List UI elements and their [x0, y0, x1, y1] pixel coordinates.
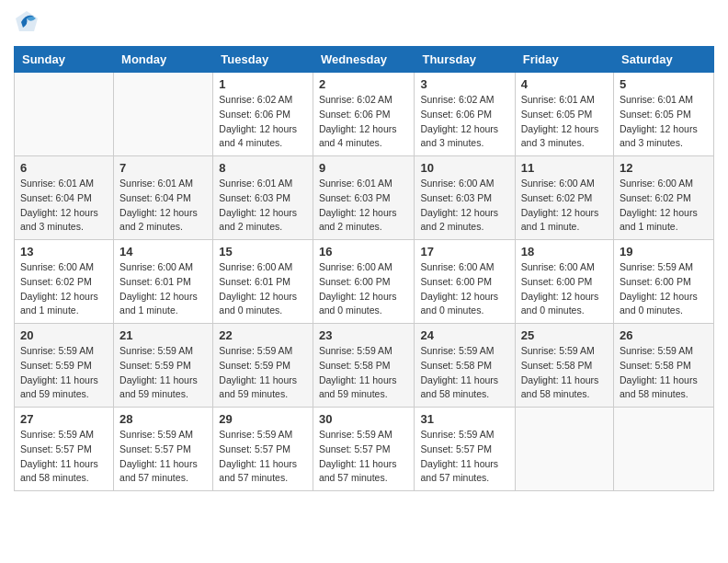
day-number: 22	[219, 328, 307, 342]
day-info: Sunrise: 6:00 AM Sunset: 6:01 PM Dayligh…	[119, 260, 207, 318]
day-info: Sunrise: 5:59 AM Sunset: 5:57 PM Dayligh…	[119, 428, 207, 486]
calendar-header-row: SundayMondayTuesdayWednesdayThursdayFrid…	[15, 47, 714, 73]
day-info: Sunrise: 6:00 AM Sunset: 6:00 PM Dayligh…	[319, 260, 409, 318]
calendar-week-1: 1Sunrise: 6:02 AM Sunset: 6:06 PM Daylig…	[15, 73, 714, 156]
day-number: 7	[119, 161, 207, 175]
calendar-table: SundayMondayTuesdayWednesdayThursdayFrid…	[14, 46, 714, 491]
day-number: 8	[219, 161, 307, 175]
day-number: 26	[620, 328, 708, 342]
calendar-week-2: 6Sunrise: 6:01 AM Sunset: 6:04 PM Daylig…	[15, 156, 714, 240]
logo	[14, 9, 43, 39]
day-number: 13	[20, 245, 108, 259]
day-info: Sunrise: 5:59 AM Sunset: 5:59 PM Dayligh…	[119, 344, 207, 402]
day-info: Sunrise: 6:01 AM Sunset: 6:04 PM Dayligh…	[20, 177, 108, 235]
calendar-header-sunday: Sunday	[15, 47, 114, 73]
day-info: Sunrise: 5:59 AM Sunset: 5:57 PM Dayligh…	[319, 428, 409, 486]
day-number: 16	[319, 245, 409, 259]
day-number: 24	[420, 328, 508, 342]
day-number: 5	[620, 77, 708, 91]
calendar-header-friday: Friday	[515, 47, 613, 73]
day-number: 1	[219, 77, 307, 91]
calendar-cell: 12Sunrise: 6:00 AM Sunset: 6:02 PM Dayli…	[614, 156, 714, 240]
calendar-header-wednesday: Wednesday	[313, 47, 415, 73]
day-info: Sunrise: 6:01 AM Sunset: 6:04 PM Dayligh…	[119, 177, 207, 235]
day-info: Sunrise: 6:01 AM Sunset: 6:03 PM Dayligh…	[319, 177, 409, 235]
calendar-cell: 30Sunrise: 5:59 AM Sunset: 5:57 PM Dayli…	[313, 408, 415, 491]
day-number: 6	[20, 161, 108, 175]
day-number: 4	[521, 77, 608, 91]
calendar-cell: 26Sunrise: 5:59 AM Sunset: 5:58 PM Dayli…	[614, 324, 714, 408]
calendar-cell: 29Sunrise: 5:59 AM Sunset: 5:57 PM Dayli…	[213, 408, 313, 491]
calendar-week-5: 27Sunrise: 5:59 AM Sunset: 5:57 PM Dayli…	[15, 408, 714, 491]
day-info: Sunrise: 5:59 AM Sunset: 5:58 PM Dayligh…	[521, 344, 608, 402]
day-info: Sunrise: 5:59 AM Sunset: 5:57 PM Dayligh…	[219, 428, 307, 486]
calendar-cell: 9Sunrise: 6:01 AM Sunset: 6:03 PM Daylig…	[313, 156, 415, 240]
calendar-cell: 7Sunrise: 6:01 AM Sunset: 6:04 PM Daylig…	[114, 156, 213, 240]
calendar-cell: 31Sunrise: 5:59 AM Sunset: 5:57 PM Dayli…	[415, 408, 515, 491]
calendar-cell: 8Sunrise: 6:01 AM Sunset: 6:03 PM Daylig…	[213, 156, 313, 240]
calendar-cell: 4Sunrise: 6:01 AM Sunset: 6:05 PM Daylig…	[515, 73, 613, 156]
calendar-week-3: 13Sunrise: 6:00 AM Sunset: 6:02 PM Dayli…	[15, 240, 714, 324]
calendar-cell: 2Sunrise: 6:02 AM Sunset: 6:06 PM Daylig…	[313, 73, 415, 156]
day-info: Sunrise: 6:00 AM Sunset: 6:00 PM Dayligh…	[521, 260, 608, 318]
day-info: Sunrise: 6:00 AM Sunset: 6:02 PM Dayligh…	[620, 177, 708, 235]
day-info: Sunrise: 6:00 AM Sunset: 6:02 PM Dayligh…	[521, 177, 608, 235]
calendar-cell: 28Sunrise: 5:59 AM Sunset: 5:57 PM Dayli…	[114, 408, 213, 491]
day-info: Sunrise: 5:59 AM Sunset: 5:58 PM Dayligh…	[319, 344, 409, 402]
calendar-cell: 14Sunrise: 6:00 AM Sunset: 6:01 PM Dayli…	[114, 240, 213, 324]
calendar-cell	[515, 408, 613, 491]
calendar-cell: 17Sunrise: 6:00 AM Sunset: 6:00 PM Dayli…	[415, 240, 515, 324]
day-info: Sunrise: 5:59 AM Sunset: 5:58 PM Dayligh…	[420, 344, 508, 402]
day-info: Sunrise: 6:02 AM Sunset: 6:06 PM Dayligh…	[319, 93, 409, 151]
calendar-cell: 6Sunrise: 6:01 AM Sunset: 6:04 PM Daylig…	[15, 156, 114, 240]
calendar-cell: 13Sunrise: 6:00 AM Sunset: 6:02 PM Dayli…	[15, 240, 114, 324]
day-info: Sunrise: 6:00 AM Sunset: 6:03 PM Dayligh…	[420, 177, 508, 235]
calendar-header-thursday: Thursday	[415, 47, 515, 73]
calendar-cell	[614, 408, 714, 491]
day-number: 27	[20, 412, 108, 426]
calendar-cell: 5Sunrise: 6:01 AM Sunset: 6:05 PM Daylig…	[614, 73, 714, 156]
day-info: Sunrise: 5:59 AM Sunset: 5:59 PM Dayligh…	[219, 344, 307, 402]
calendar-cell: 22Sunrise: 5:59 AM Sunset: 5:59 PM Dayli…	[213, 324, 313, 408]
calendar-cell: 21Sunrise: 5:59 AM Sunset: 5:59 PM Dayli…	[114, 324, 213, 408]
calendar-week-4: 20Sunrise: 5:59 AM Sunset: 5:59 PM Dayli…	[15, 324, 714, 408]
day-number: 15	[219, 245, 307, 259]
calendar-cell: 15Sunrise: 6:00 AM Sunset: 6:01 PM Dayli…	[213, 240, 313, 324]
calendar-cell: 27Sunrise: 5:59 AM Sunset: 5:57 PM Dayli…	[15, 408, 114, 491]
day-info: Sunrise: 5:59 AM Sunset: 5:57 PM Dayligh…	[20, 428, 108, 486]
day-number: 2	[319, 77, 409, 91]
day-number: 31	[420, 412, 508, 426]
calendar-cell: 11Sunrise: 6:00 AM Sunset: 6:02 PM Dayli…	[515, 156, 613, 240]
logo-icon	[14, 9, 40, 39]
day-number: 11	[521, 161, 608, 175]
day-info: Sunrise: 5:59 AM Sunset: 5:57 PM Dayligh…	[420, 428, 508, 486]
day-info: Sunrise: 5:59 AM Sunset: 6:00 PM Dayligh…	[620, 260, 708, 318]
calendar-cell: 16Sunrise: 6:00 AM Sunset: 6:00 PM Dayli…	[313, 240, 415, 324]
day-info: Sunrise: 6:02 AM Sunset: 6:06 PM Dayligh…	[219, 93, 307, 151]
day-number: 29	[219, 412, 307, 426]
day-number: 3	[420, 77, 508, 91]
day-info: Sunrise: 6:01 AM Sunset: 6:05 PM Dayligh…	[620, 93, 708, 151]
day-number: 18	[521, 245, 608, 259]
calendar-cell	[15, 73, 114, 156]
day-number: 14	[119, 245, 207, 259]
calendar-header-tuesday: Tuesday	[213, 47, 313, 73]
day-info: Sunrise: 6:00 AM Sunset: 6:00 PM Dayligh…	[420, 260, 508, 318]
calendar-cell: 18Sunrise: 6:00 AM Sunset: 6:00 PM Dayli…	[515, 240, 613, 324]
day-info: Sunrise: 6:00 AM Sunset: 6:02 PM Dayligh…	[20, 260, 108, 318]
day-info: Sunrise: 6:02 AM Sunset: 6:06 PM Dayligh…	[420, 93, 508, 151]
day-info: Sunrise: 6:00 AM Sunset: 6:01 PM Dayligh…	[219, 260, 307, 318]
day-number: 9	[319, 161, 409, 175]
calendar-cell: 23Sunrise: 5:59 AM Sunset: 5:58 PM Dayli…	[313, 324, 415, 408]
calendar-header-monday: Monday	[114, 47, 213, 73]
calendar-cell: 19Sunrise: 5:59 AM Sunset: 6:00 PM Dayli…	[614, 240, 714, 324]
day-number: 30	[319, 412, 409, 426]
day-info: Sunrise: 5:59 AM Sunset: 5:58 PM Dayligh…	[620, 344, 708, 402]
day-number: 10	[420, 161, 508, 175]
calendar-cell: 1Sunrise: 6:02 AM Sunset: 6:06 PM Daylig…	[213, 73, 313, 156]
day-number: 19	[620, 245, 708, 259]
day-number: 28	[119, 412, 207, 426]
day-number: 21	[119, 328, 207, 342]
calendar-body: 1Sunrise: 6:02 AM Sunset: 6:06 PM Daylig…	[15, 73, 714, 491]
day-number: 20	[20, 328, 108, 342]
